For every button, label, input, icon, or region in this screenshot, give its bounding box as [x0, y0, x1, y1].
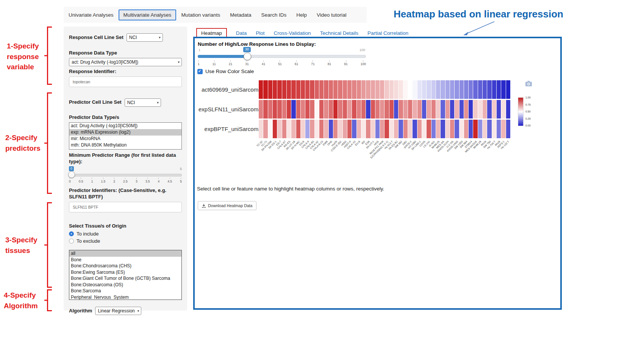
heatmap-cell[interactable]	[464, 100, 468, 119]
heatmap-cell[interactable]	[385, 80, 389, 99]
heatmap-cell[interactable]	[291, 100, 295, 119]
heatmap-cell[interactable]	[310, 120, 314, 138]
heatmap-cell[interactable]	[380, 120, 384, 138]
tab-technical-details[interactable]: Technical Details	[320, 30, 358, 36]
heatmap-cell[interactable]	[277, 100, 281, 119]
predictor-cell-line-set-select[interactable]: NCI	[125, 98, 161, 107]
heatmap-cell[interactable]	[487, 100, 491, 119]
heatmap-cell[interactable]	[483, 80, 487, 99]
row-color-scale-checkbox-row[interactable]: Use Row Color Scale	[197, 69, 254, 74]
heatmap-cell[interactable]	[413, 120, 417, 138]
tissue-exclude-radio[interactable]: To exclude	[69, 238, 182, 244]
tissue-option[interactable]: Peripheral_Nervous_System	[69, 294, 181, 300]
heatmap-cell[interactable]	[473, 80, 477, 99]
heatmap-cell[interactable]	[492, 100, 496, 119]
heatmap-cell[interactable]	[501, 120, 505, 138]
tissue-include-radio[interactable]: To include	[69, 231, 182, 237]
heatmap-cell[interactable]	[487, 120, 491, 138]
heatmap-cell[interactable]	[291, 80, 295, 99]
heatmap-cell[interactable]	[460, 120, 464, 138]
tissue-option[interactable]: Bone:Giant Cell Tumor of Bone (GCTB) Sar…	[69, 275, 181, 282]
heatmap-cell[interactable]	[352, 80, 356, 99]
heatmap-cell[interactable]	[497, 100, 501, 119]
slider-handle[interactable]	[244, 53, 251, 60]
heatmap-cell[interactable]	[375, 100, 380, 119]
heatmap-cell[interactable]	[427, 80, 431, 99]
heatmap-cell[interactable]	[497, 80, 501, 99]
tab-data[interactable]: Data	[236, 30, 247, 36]
heatmap-cell[interactable]	[273, 100, 277, 119]
heatmap-cell[interactable]	[450, 120, 454, 138]
nav-video-tutorial[interactable]: Video tutorial	[312, 9, 352, 20]
heatmap-cell[interactable]	[282, 120, 286, 138]
heatmap-cell[interactable]	[506, 120, 510, 138]
heatmap-column-label[interactable]: RD	[361, 140, 366, 145]
heatmap-cell[interactable]	[445, 80, 450, 99]
heatmap-cell[interactable]	[329, 80, 333, 99]
heatmap-cell[interactable]	[455, 100, 459, 119]
heatmap-cell[interactable]	[403, 120, 408, 138]
heatmap-cell[interactable]	[371, 80, 375, 99]
heatmap-cell[interactable]	[315, 80, 319, 99]
heatmap-cell[interactable]	[473, 120, 477, 138]
heatmap-cell[interactable]	[492, 120, 496, 138]
heatmap-cell[interactable]	[301, 100, 305, 119]
heatmap-cell[interactable]	[422, 100, 426, 119]
heatmap-cell[interactable]	[305, 100, 309, 119]
heatmap-cell[interactable]	[296, 100, 300, 119]
heatmap-grid[interactable]	[259, 80, 510, 138]
tab-plot[interactable]: Plot	[256, 30, 264, 36]
response-data-type-select[interactable]: act: Drug Activity (-log10[IC50M])	[69, 58, 182, 66]
heatmap-cell[interactable]	[352, 100, 356, 119]
heatmap-cell[interactable]	[483, 100, 487, 119]
heatmap-cell[interactable]	[301, 80, 305, 99]
predictor-data-types-listbox[interactable]: act: Drug Activity (-log10[IC50M])exp: m…	[69, 122, 182, 150]
heatmap-cell[interactable]	[361, 80, 366, 99]
heatmap-cell[interactable]	[319, 120, 324, 138]
nav-univariate-analyses[interactable]: Univariate Analyses	[64, 9, 119, 20]
heatmap-cell[interactable]	[347, 80, 352, 99]
heatmap-cell[interactable]	[460, 80, 464, 99]
heatmap-cell[interactable]	[259, 100, 263, 119]
heatmap-cell[interactable]	[385, 100, 389, 119]
heatmap-cell[interactable]	[315, 100, 319, 119]
heatmap-cell[interactable]	[427, 120, 431, 138]
heatmap-cell[interactable]	[287, 80, 291, 99]
heatmap-cell[interactable]	[366, 80, 370, 99]
heatmap-cell[interactable]	[282, 100, 286, 119]
heatmap-cell[interactable]	[333, 80, 338, 99]
heatmap-cell[interactable]	[422, 120, 426, 138]
checkbox-checked-icon[interactable]	[197, 69, 203, 74]
heatmap-cell[interactable]	[431, 120, 436, 138]
heatmap-cell[interactable]	[501, 80, 505, 99]
heatmap-cell[interactable]	[273, 120, 277, 138]
heatmap-cell[interactable]	[427, 100, 431, 119]
heatmap-cell[interactable]	[389, 80, 394, 99]
heatmap-cell[interactable]	[380, 80, 384, 99]
nav-mutation-variants[interactable]: Mutation variants	[176, 9, 225, 20]
heatmap-row-label[interactable]: expBPTF_uniSarcoma	[199, 120, 263, 138]
heatmap-cell[interactable]	[282, 80, 286, 99]
heatmap-cell[interactable]	[483, 120, 487, 138]
heatmap-row-label[interactable]: expSLFN11_uniSarcoma	[199, 100, 263, 119]
heatmap-cell[interactable]	[389, 120, 394, 138]
tissue-option[interactable]: Bone	[69, 257, 181, 263]
heatmap-cell[interactable]	[259, 120, 263, 138]
heatmap-cell[interactable]	[436, 100, 440, 119]
heatmap-cell[interactable]	[413, 100, 417, 119]
heatmap-cell[interactable]	[408, 100, 412, 119]
heatmap-cell[interactable]	[324, 80, 328, 99]
heatmap-cell[interactable]	[371, 120, 375, 138]
download-heatmap-data-button[interactable]: Download Heatmap Data	[198, 201, 256, 210]
heatmap-cell[interactable]	[277, 120, 281, 138]
nav-search-ids[interactable]: Search IDs	[256, 9, 291, 20]
tissue-option[interactable]: Bone:Ewing Sarcoma (ES)	[69, 269, 181, 276]
heatmap-cell[interactable]	[436, 120, 440, 138]
heatmap-cell[interactable]	[296, 80, 300, 99]
slider-handle[interactable]	[68, 171, 75, 178]
tissue-option[interactable]: Bone:Sarcoma	[69, 288, 181, 294]
heatmap-cell[interactable]	[296, 120, 300, 138]
heatmap-cell[interactable]	[464, 80, 468, 99]
heatmap-cell[interactable]	[464, 120, 468, 138]
heatmap-cell[interactable]	[347, 100, 352, 119]
